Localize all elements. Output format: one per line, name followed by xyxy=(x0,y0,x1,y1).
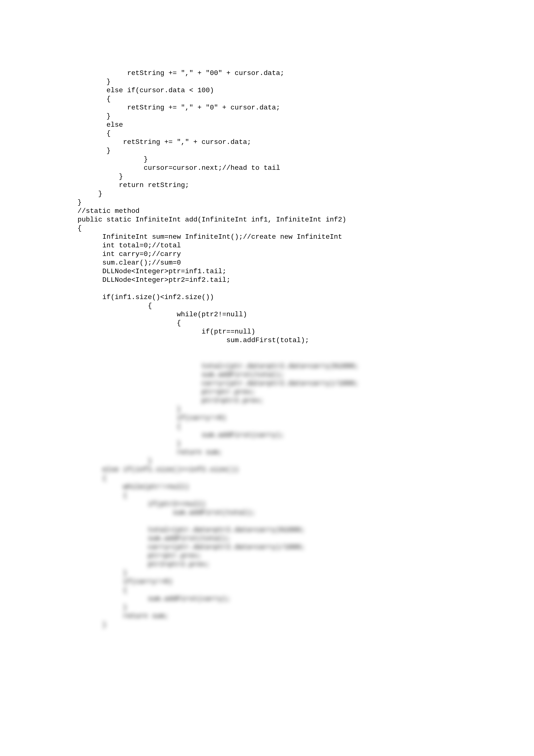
code-line: retString += "," + cursor.data; xyxy=(78,138,456,147)
code-line: int total=0;//total xyxy=(78,241,456,250)
code-line-blurred: carry=(ptr.data+ptr2.data+carry)/1000; xyxy=(78,543,456,552)
code-line: if(ptr==null) xyxy=(78,328,456,336)
code-line: retString += "," + "00" + cursor.data; xyxy=(78,69,456,78)
code-line-blurred: } xyxy=(78,440,456,448)
code-block-blurred: total=(ptr.data+ptr2.data+carry)%1000; s… xyxy=(78,353,456,629)
code-line: } xyxy=(78,112,456,121)
code-line: if(inf1.size()<inf2.size()) xyxy=(78,293,456,302)
code-line-blurred: if(ptr2==null) xyxy=(78,500,456,508)
code-line: } xyxy=(78,78,456,86)
code-line-blurred: } xyxy=(78,620,456,629)
code-line: } xyxy=(78,190,456,198)
code-line-blurred: if(carry!=0) xyxy=(78,414,456,422)
code-line-blurred: total=(ptr.data+ptr2.data+carry)%1000; xyxy=(78,526,456,534)
code-line-blurred: ptr2=ptr2.prev; xyxy=(78,396,456,405)
code-line-blurred: ptr2=ptr2.prev; xyxy=(78,560,456,569)
code-line: while(ptr2!=null) xyxy=(78,310,456,319)
code-line: DLLNode<Integer>ptr=inf1.tail; xyxy=(78,267,456,276)
code-line-blurred: { xyxy=(78,474,456,483)
code-line-blurred: { xyxy=(78,491,456,500)
code-line: DLLNode<Integer>ptr2=inf2.tail; xyxy=(78,276,456,284)
code-line-blurred: { xyxy=(78,586,456,595)
code-line: retString += "," + "0" + cursor.data; xyxy=(78,103,456,112)
code-line-blurred: } xyxy=(78,457,456,465)
code-line xyxy=(78,284,456,293)
code-line-blurred: sum.addFirst(total); xyxy=(78,508,456,517)
code-line: { xyxy=(78,95,456,103)
code-line: { xyxy=(78,129,456,138)
code-line-blurred: sum.addFirst(total); xyxy=(78,370,456,379)
code-line-blurred xyxy=(78,517,456,526)
code-line: InfiniteInt sum=new InfiniteInt();//crea… xyxy=(78,233,456,241)
code-line: } xyxy=(78,155,456,164)
code-line-blurred: ptr=ptr.prev; xyxy=(78,388,456,396)
code-line-blurred: carry=(ptr.data+ptr2.data+carry)/1000; xyxy=(78,379,456,388)
code-line-blurred: } xyxy=(78,569,456,578)
code-line: { xyxy=(78,319,456,328)
code-line: return retString; xyxy=(78,181,456,190)
code-line-blurred: sum.addFirst(total); xyxy=(78,534,456,543)
code-line-blurred: } xyxy=(78,405,456,414)
code-line-blurred: sum.addFirst(carry); xyxy=(78,431,456,440)
code-line: { xyxy=(78,224,456,233)
code-line-blurred xyxy=(78,353,456,362)
code-line-blurred: return sum; xyxy=(78,448,456,457)
code-line: cursor=cursor.next;//head to tail xyxy=(78,164,456,172)
document-page: retString += "," + "00" + cursor.data; }… xyxy=(0,0,534,638)
code-line-blurred: if(carry!=0) xyxy=(78,578,456,586)
code-line: //static method xyxy=(78,207,456,215)
code-line: else xyxy=(78,121,456,129)
code-line-blurred: ptr=ptr.prev; xyxy=(78,552,456,560)
code-line-blurred: return sum; xyxy=(78,612,456,620)
code-line-blurred: { xyxy=(78,422,456,431)
code-line-blurred: total=(ptr.data+ptr2.data+carry)%1000; xyxy=(78,362,456,370)
code-line-blurred: } xyxy=(78,603,456,612)
code-line-blurred: else if(inf1.size()>=inf2.size()) xyxy=(78,465,456,474)
code-line: { xyxy=(78,302,456,310)
code-line: sum.addFirst(total); xyxy=(78,336,456,345)
code-line: public static InfiniteInt add(InfiniteIn… xyxy=(78,215,456,224)
code-line-blurred: while(ptr!=null) xyxy=(78,483,456,491)
code-line: } xyxy=(78,172,456,181)
code-line: } xyxy=(78,198,456,207)
code-line: int carry=0;//carry xyxy=(78,250,456,258)
code-line: else if(cursor.data < 100) xyxy=(78,86,456,95)
code-line: sum.clear();//sum=0 xyxy=(78,258,456,267)
code-line-blurred: sum.addFirst(carry); xyxy=(78,595,456,603)
code-block-clear: retString += "," + "00" + cursor.data; }… xyxy=(78,69,456,345)
code-line: } xyxy=(78,147,456,155)
